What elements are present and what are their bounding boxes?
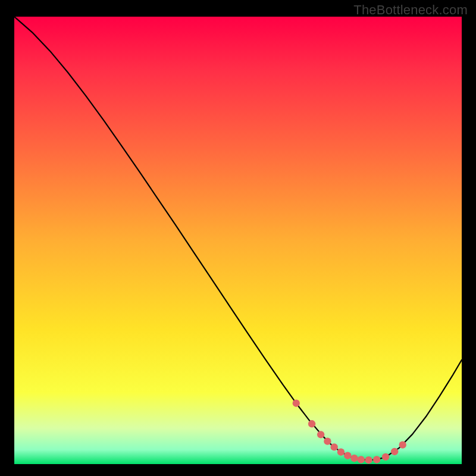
plot-area bbox=[14, 17, 462, 464]
chart-svg bbox=[14, 17, 462, 464]
gradient-background bbox=[14, 17, 462, 464]
highlight-dot bbox=[399, 441, 406, 448]
highlight-dot bbox=[373, 456, 380, 463]
highlight-dot bbox=[382, 453, 389, 461]
highlight-dot bbox=[324, 437, 331, 444]
highlight-dot bbox=[308, 420, 315, 427]
highlight-dot bbox=[317, 431, 324, 438]
highlight-dot bbox=[337, 449, 345, 456]
highlight-dot bbox=[330, 443, 337, 450]
highlight-dot bbox=[365, 456, 372, 464]
highlight-dot bbox=[391, 448, 398, 455]
watermark: TheBottleneck.com bbox=[353, 2, 468, 18]
highlight-dot bbox=[358, 456, 365, 463]
highlight-dot bbox=[350, 455, 358, 462]
highlight-dot bbox=[344, 452, 351, 459]
chart-frame: TheBottleneck.com bbox=[0, 0, 476, 476]
highlight-dot bbox=[293, 400, 300, 407]
